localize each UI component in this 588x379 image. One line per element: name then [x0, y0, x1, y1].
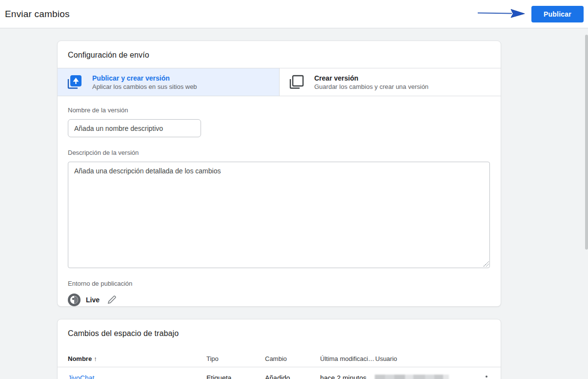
version-description-textarea[interactable] [68, 162, 490, 268]
column-header-tipo[interactable]: Tipo [206, 355, 265, 362]
submission-config-card: Configuración de envío Publicar y crear … [57, 41, 501, 307]
publish-environment-label: Entorno de publicación [68, 280, 490, 287]
option-create-version[interactable]: Crear versión Guardar los cambios y crea… [279, 68, 501, 96]
version-description-label: Descripción de la versión [68, 149, 490, 156]
row-overflow-menu-icon[interactable] [483, 375, 490, 379]
version-name-input[interactable] [68, 119, 201, 137]
page-title: Enviar cambios [5, 9, 70, 20]
publish-version-icon [65, 73, 83, 91]
scrollbar-track[interactable] [585, 29, 588, 379]
publish-button[interactable]: Publicar [531, 6, 584, 22]
row-ultima-modificacion: hace 2 minutos [320, 374, 375, 379]
row-name-link[interactable]: JivoChat [68, 374, 94, 379]
annotation-arrow-icon [477, 6, 527, 19]
option-subtitle: Aplicar los cambios en sus sitios web [92, 83, 197, 91]
row-usuario-redacted [375, 375, 449, 379]
sort-ascending-icon: ↑ [94, 355, 97, 362]
submission-option-tiles: Publicar y crear versión Aplicar los cam… [58, 68, 501, 96]
column-header-nombre[interactable]: Nombre↑ [68, 355, 206, 362]
header-bar: Enviar cambios Publicar [0, 0, 588, 28]
environment-name: Live [86, 296, 100, 304]
option-title: Crear versión [314, 74, 428, 83]
create-version-icon [287, 73, 305, 91]
submission-config-title: Configuración de envío [58, 41, 501, 68]
option-title: Publicar y crear versión [92, 74, 197, 83]
live-environment-globe-icon [68, 294, 81, 306]
scrollbar-thumb[interactable] [585, 35, 588, 250]
option-publish-and-create-version[interactable]: Publicar y crear versión Aplicar los cam… [58, 68, 279, 96]
edit-environment-icon[interactable] [107, 295, 116, 304]
row-tipo: Etiqueta [206, 374, 265, 379]
workspace-changes-title: Cambios del espacio de trabajo [58, 319, 501, 346]
workspace-changes-card: Cambios del espacio de trabajo Nombre↑ T… [57, 319, 501, 379]
version-name-label: Nombre de la versión [68, 106, 490, 114]
column-header-usuario[interactable]: Usuario [375, 355, 490, 362]
column-header-ultima-modificacion[interactable]: Última modificaci… [320, 355, 375, 362]
option-subtitle: Guardar los cambios y crear una versión [314, 83, 428, 91]
table-row: JivoChat Etiqueta Añadido hace 2 minutos [58, 367, 501, 379]
column-header-cambio[interactable]: Cambio [265, 355, 320, 362]
row-cambio: Añadido [265, 374, 320, 379]
table-header-row: Nombre↑ Tipo Cambio Última modificaci… U… [58, 351, 501, 366]
